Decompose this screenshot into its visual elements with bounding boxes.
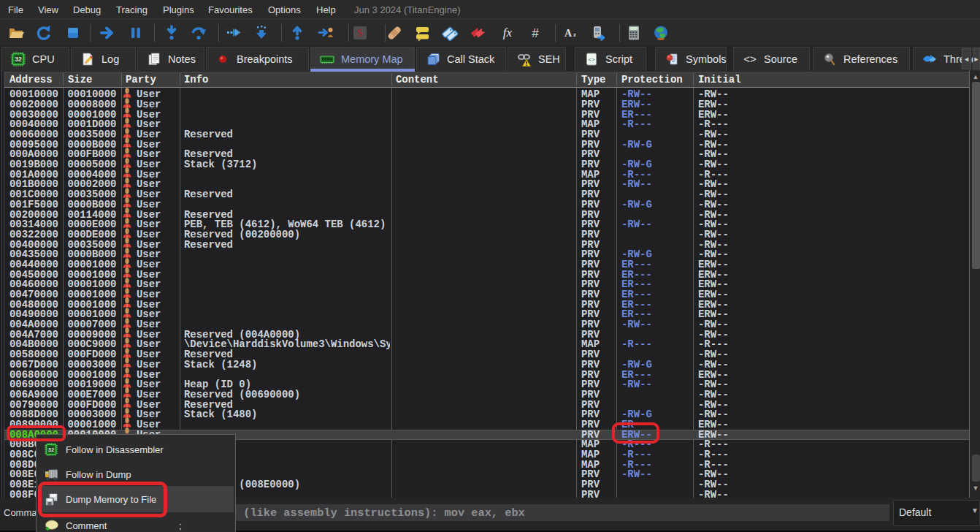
svg-text:fx: fx [503, 26, 513, 39]
svg-text:A: A [564, 28, 573, 39]
svg-text:32: 32 [48, 446, 54, 453]
svg-text:#: # [532, 26, 539, 40]
svg-text:z: z [573, 31, 576, 38]
svg-text:32: 32 [15, 56, 22, 63]
svg-text:<>: <> [588, 56, 595, 63]
svg-text:S: S [357, 27, 363, 39]
svg-text:<>: <> [743, 53, 757, 65]
